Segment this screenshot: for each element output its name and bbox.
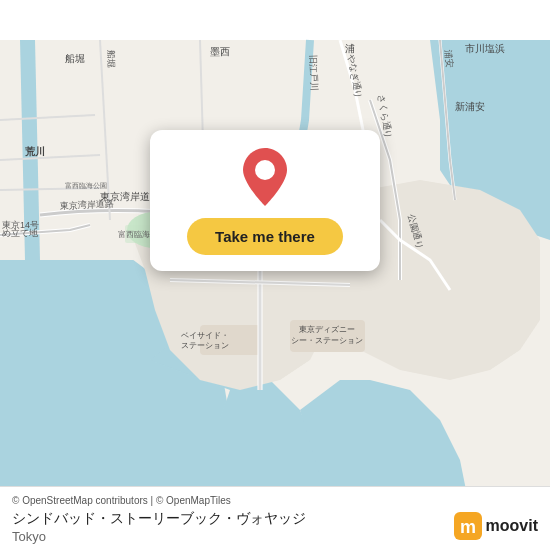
svg-text:船堀: 船堀 <box>106 50 117 68</box>
map-container: 東京湾岸道路 東京14号 め立て地 さくら通り やなぎ通り 浦安 旧江戸川 公園… <box>0 0 550 550</box>
moovit-logo: m moovit <box>454 512 538 540</box>
svg-text:旧江戸川: 旧江戸川 <box>308 55 319 91</box>
svg-rect-10 <box>200 325 260 355</box>
svg-text:新浦安: 新浦安 <box>455 101 485 112</box>
svg-text:東京ディズニー: 東京ディズニー <box>299 325 355 334</box>
location-pin <box>243 148 287 206</box>
moovit-text: moovit <box>486 517 538 535</box>
moovit-icon: m <box>454 512 482 540</box>
svg-text:ステーション: ステーション <box>181 341 229 350</box>
svg-text:浦安: 浦安 <box>443 49 455 68</box>
map-background: 東京湾岸道路 東京14号 め立て地 さくら通り やなぎ通り 浦安 旧江戸川 公園… <box>0 0 550 550</box>
svg-text:市川塩浜: 市川塩浜 <box>465 43 505 54</box>
popup-card: Take me there <box>150 130 380 271</box>
svg-text:め立て地: め立て地 <box>2 228 38 238</box>
svg-point-35 <box>255 160 275 180</box>
svg-text:シー・ステーション: シー・ステーション <box>291 336 363 345</box>
svg-text:m: m <box>460 517 476 537</box>
attribution-text: © OpenStreetMap contributors | © OpenMap… <box>12 495 538 506</box>
svg-text:ベイサイド・: ベイサイド・ <box>181 331 229 340</box>
take-me-there-button[interactable]: Take me there <box>187 218 343 255</box>
svg-text:荒川: 荒川 <box>25 146 45 157</box>
svg-text:墨西: 墨西 <box>210 46 230 57</box>
svg-text:浦: 浦 <box>345 43 355 54</box>
svg-text:富西臨海公園: 富西臨海公園 <box>65 182 107 189</box>
svg-text:船堀: 船堀 <box>65 53 85 64</box>
